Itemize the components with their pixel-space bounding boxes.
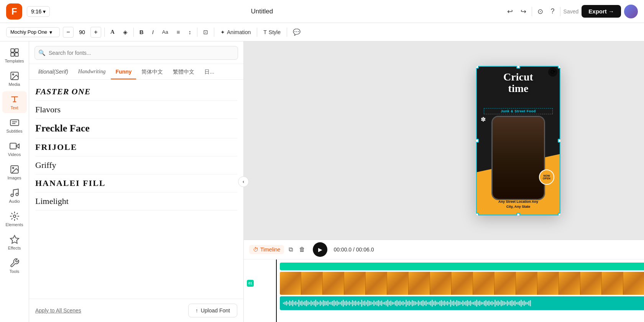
user-avatar[interactable]	[624, 5, 638, 18]
wave-bar	[528, 301, 529, 306]
font-search-input[interactable]	[34, 46, 238, 60]
wave-bar	[519, 301, 520, 306]
wave-bar	[360, 302, 361, 304]
font-size-increase[interactable]: +	[90, 27, 101, 38]
text-color-button[interactable]: A	[108, 27, 117, 37]
italic-button[interactable]: I	[150, 27, 156, 37]
bold-button[interactable]: B	[137, 27, 146, 37]
handle-top-left[interactable]	[476, 66, 479, 69]
sidebar-item-tools[interactable]: Tools	[2, 255, 27, 277]
sidebar-item-text[interactable]: Text	[2, 91, 27, 113]
tab-japanese[interactable]: 日...	[200, 66, 219, 79]
wave-bar	[346, 301, 347, 306]
canvas-subtitle[interactable]: Junk & Street Food	[484, 108, 553, 114]
wave-bar	[378, 300, 379, 306]
text-icon	[10, 94, 20, 104]
tab-handwriting[interactable]: Handwriting	[74, 66, 110, 79]
sidebar-item-elements[interactable]: Elements	[2, 208, 27, 230]
wave-bar	[409, 301, 410, 306]
align-button[interactable]: ≡	[174, 27, 183, 37]
sidebar-label-effects: Effects	[8, 246, 21, 250]
font-item-limelight[interactable]: Limelight	[35, 192, 237, 210]
chat-button[interactable]: 💬	[290, 26, 303, 38]
handle-top-right[interactable]	[558, 66, 560, 69]
wave-bar	[390, 301, 391, 306]
font-selector[interactable]: Mochiy Pop One ▾	[6, 27, 60, 37]
wave-bar	[376, 301, 378, 306]
handle-mid-left[interactable]	[476, 139, 479, 143]
collapse-panel-button[interactable]: ‹	[238, 176, 249, 187]
canvas-card[interactable]: ⊕ 🗑 Cricut time Junk & Street Food ✽	[476, 66, 560, 215]
play-button[interactable]: ▶	[313, 242, 327, 257]
wave-bar	[289, 301, 290, 306]
wave-bar	[384, 302, 385, 305]
elements-icon	[10, 211, 20, 221]
wave-bar	[283, 302, 284, 304]
font-item-frijole[interactable]: FRIJOLE	[35, 138, 237, 156]
undo-button[interactable]: ↩	[505, 5, 515, 18]
font-item-faster-one[interactable]: FASTER ONE	[35, 83, 237, 101]
wave-bar	[467, 300, 468, 306]
timeline-tab[interactable]: ⏱ Timeline	[249, 245, 284, 254]
wave-bar	[481, 302, 482, 305]
font-item-freckle-face[interactable]: Freckle Face	[35, 119, 237, 138]
wave-bar	[435, 301, 436, 306]
audio-track-bar[interactable]: (function() { var container = document.c…	[280, 296, 644, 310]
animation-button[interactable]: ✦ Animation	[217, 27, 254, 37]
text-style-button[interactable]: ⊡	[200, 27, 211, 38]
sidebar-item-audio[interactable]: Audio	[2, 185, 27, 207]
upload-font-button[interactable]: ↑ Upload Font	[188, 304, 237, 317]
wave-bar	[438, 302, 439, 304]
sidebar-item-images[interactable]: Images	[2, 161, 27, 183]
svg-point-5	[12, 74, 13, 75]
wave-bar	[518, 302, 519, 305]
audio-waveform: (function() { var container = document.c…	[283, 299, 644, 308]
duplicate-track-button[interactable]: ⧉	[287, 245, 294, 255]
export-button[interactable]: Export →	[582, 5, 621, 18]
phone-screen	[493, 117, 544, 199]
sidebar-item-media[interactable]: Media	[2, 68, 27, 90]
sidebar-item-effects[interactable]: Effects	[2, 232, 27, 253]
font-panel-bottom: Apply to All Scenes ↑ Upload Font	[29, 299, 243, 322]
help-button[interactable]: ?	[549, 5, 557, 18]
canvas-title[interactable]: Cricut time	[484, 71, 553, 95]
sidebar-item-subtitles[interactable]: Subtitles	[2, 115, 27, 136]
timeline-tracks: 01	[244, 260, 644, 322]
wave-bar	[372, 302, 373, 304]
font-item-flavors[interactable]: Flavors	[35, 101, 237, 119]
wave-bar	[530, 300, 531, 306]
top-track-bar[interactable]	[280, 263, 644, 270]
now-open-badge: NOW OPEN	[539, 169, 554, 185]
video-track-bar[interactable]	[280, 272, 644, 295]
wave-bar	[291, 301, 292, 305]
upload-icon: ↑	[196, 307, 198, 314]
font-size-decrease[interactable]: −	[63, 27, 74, 38]
frame-3	[323, 272, 344, 295]
subtitles-icon	[10, 118, 20, 128]
redo-button[interactable]: ↪	[518, 5, 529, 18]
font-item-griffy[interactable]: Griffy	[35, 156, 237, 174]
tab-funny[interactable]: Funny	[111, 66, 136, 79]
text-highlight-button[interactable]: ◈	[120, 27, 130, 38]
wave-bar	[444, 301, 445, 306]
apply-all-link[interactable]: Apply to All Scenes	[35, 307, 81, 314]
delete-track-button[interactable]: 🗑	[297, 245, 307, 255]
wave-bar	[427, 302, 428, 304]
snapshot-button[interactable]: ⊙	[535, 5, 545, 18]
tab-traditional-chinese[interactable]: 繁體中文	[168, 66, 199, 79]
grid-icon	[10, 48, 20, 58]
tab-simplified-chinese[interactable]: 简体中文	[137, 66, 168, 79]
tab-serif[interactable]: litional(Serif)	[34, 66, 73, 79]
wave-bar	[491, 301, 493, 306]
font-item-hanalei-fill[interactable]: HANALEI FILL	[35, 174, 237, 192]
sidebar-item-templates[interactable]: Templates	[2, 44, 27, 66]
handle-top-mid[interactable]	[516, 66, 520, 69]
style-button[interactable]: T Style	[260, 27, 284, 37]
wave-bar	[317, 301, 318, 305]
case-button[interactable]: Aa	[159, 27, 171, 37]
line-height-button[interactable]: ↕	[186, 27, 194, 37]
saved-status: Saved	[564, 8, 579, 15]
sidebar-item-videos[interactable]: Videos	[2, 138, 27, 160]
handle-mid-right[interactable]	[558, 139, 560, 143]
wave-bar	[361, 300, 362, 307]
